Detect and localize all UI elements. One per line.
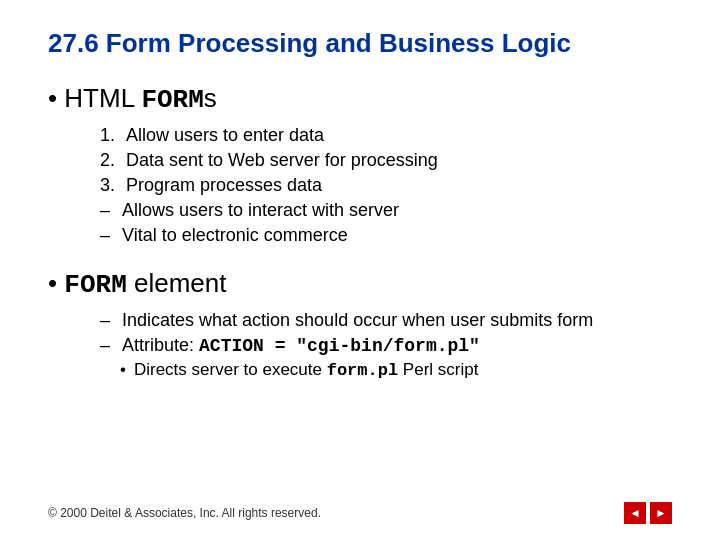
item-text: Program processes data	[126, 175, 322, 196]
item-text: Indicates what action should occur when …	[122, 310, 593, 331]
nested-text: Directs server to execute form.pl Perl s…	[134, 360, 478, 380]
item-prefix: –	[100, 335, 118, 356]
section-form-element: • FORM element – Indicates what action s…	[48, 268, 672, 383]
item-text: Allow users to enter data	[126, 125, 324, 146]
list-item: – Allows users to interact with server	[100, 200, 672, 221]
next-arrow-icon: ►	[655, 507, 667, 519]
form-element-sub-list: – Indicates what action should occur whe…	[100, 310, 672, 380]
list-item: 2. Data sent to Web server for processin…	[100, 150, 672, 171]
nav-buttons: ◄ ►	[624, 502, 672, 524]
list-item: – Indicates what action should occur whe…	[100, 310, 672, 331]
item-text: Attribute: ACTION = "cgi-bin/form.pl"	[122, 335, 480, 356]
nested-item: • Directs server to execute form.pl Perl…	[120, 360, 672, 380]
forms-bullet: • HTML FORMs	[48, 83, 672, 115]
item-prefix: –	[100, 200, 118, 221]
item-prefix: 1.	[100, 125, 122, 146]
item-text: Data sent to Web server for processing	[126, 150, 438, 171]
item-text: Allows users to interact with server	[122, 200, 399, 221]
prev-arrow-icon: ◄	[629, 507, 641, 519]
forms-sub-list: 1. Allow users to enter data 2. Data sen…	[100, 125, 672, 246]
footer: © 2000 Deitel & Associates, Inc. All rig…	[0, 502, 720, 524]
code-snippet: ACTION = "cgi-bin/form.pl"	[199, 336, 480, 356]
nested-prefix: •	[120, 360, 126, 380]
nested-list: • Directs server to execute form.pl Perl…	[120, 360, 672, 380]
item-prefix: 2.	[100, 150, 122, 171]
code-snippet-2: form.pl	[327, 361, 398, 380]
forms-bullet-label: • HTML FORMs	[48, 83, 217, 115]
form-element-bullet: • FORM element	[48, 268, 672, 300]
item-text: Vital to electronic commerce	[122, 225, 348, 246]
item-prefix: –	[100, 310, 118, 331]
list-item: 3. Program processes data	[100, 175, 672, 196]
list-item: – Vital to electronic commerce	[100, 225, 672, 246]
section-html-forms: • HTML FORMs 1. Allow users to enter dat…	[48, 83, 672, 250]
form-element-bullet-label: • FORM element	[48, 268, 226, 300]
next-button[interactable]: ►	[650, 502, 672, 524]
copyright-text: © 2000 Deitel & Associates, Inc. All rig…	[48, 506, 321, 520]
item-prefix: 3.	[100, 175, 122, 196]
list-item: – Attribute: ACTION = "cgi-bin/form.pl"	[100, 335, 672, 356]
prev-button[interactable]: ◄	[624, 502, 646, 524]
slide-title: 27.6 Form Processing and Business Logic	[48, 28, 672, 59]
item-prefix: –	[100, 225, 118, 246]
list-item: 1. Allow users to enter data	[100, 125, 672, 146]
slide: 27.6 Form Processing and Business Logic …	[0, 0, 720, 540]
